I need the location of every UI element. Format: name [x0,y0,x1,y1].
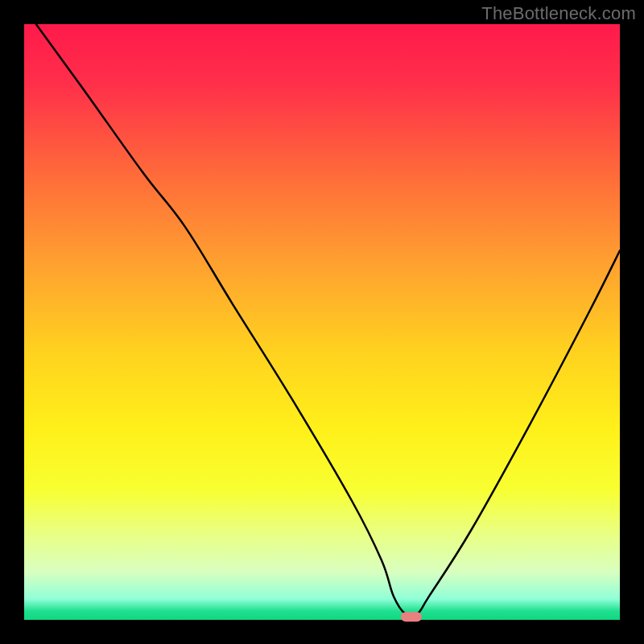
optimal-marker [401,612,422,621]
watermark-text: TheBottleneck.com [481,3,636,24]
chart-container: TheBottleneck.com [0,0,644,644]
plot-background [24,24,620,620]
bottleneck-chart [0,0,644,644]
